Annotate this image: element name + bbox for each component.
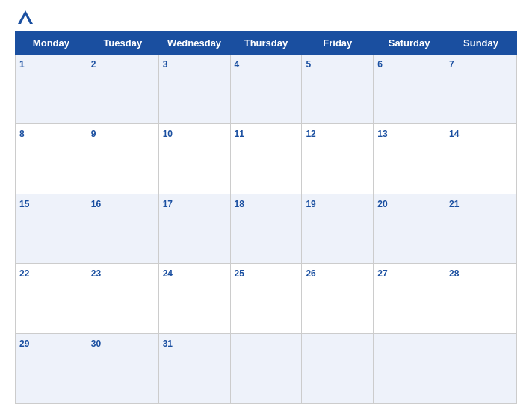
- calendar-day-cell: 15: [16, 194, 87, 263]
- calendar-day-cell: 20: [374, 194, 445, 263]
- calendar-day-cell: 17: [158, 194, 230, 263]
- calendar-week-row: 15161718192021: [16, 194, 517, 263]
- calendar-day-cell: 14: [445, 124, 517, 194]
- day-number: 4: [235, 59, 240, 69]
- calendar-day-cell: 29: [16, 333, 87, 403]
- weekday-header-saturday: Saturday: [374, 32, 445, 55]
- calendar-day-cell: 5: [302, 55, 374, 124]
- day-number: 12: [306, 129, 315, 139]
- calendar-day-cell: 21: [445, 194, 517, 263]
- day-number: 8: [19, 129, 25, 139]
- weekday-header-tuesday: Tuesday: [87, 32, 158, 55]
- calendar-day-cell: 9: [87, 124, 158, 194]
- logo-icon: [15, 7, 36, 28]
- calendar-body: 1234567891011121314151617181920212223242…: [16, 55, 517, 404]
- calendar-day-cell: 2: [87, 55, 158, 124]
- day-number: 23: [91, 268, 101, 279]
- weekday-header-monday: Monday: [16, 32, 87, 55]
- calendar-day-cell: 22: [16, 264, 87, 333]
- calendar-day-cell: 31: [158, 333, 230, 403]
- day-number: 21: [449, 199, 459, 209]
- day-number: 9: [91, 129, 96, 139]
- day-number: 1: [19, 59, 25, 69]
- day-number: 19: [306, 199, 315, 209]
- calendar-day-cell: [445, 333, 517, 403]
- calendar-day-cell: 25: [230, 264, 302, 333]
- day-number: 17: [163, 199, 173, 209]
- calendar-week-row: 891011121314: [16, 124, 517, 194]
- calendar-day-cell: 10: [158, 124, 230, 194]
- day-number: 25: [235, 268, 244, 279]
- weekday-row: MondayTuesdayWednesdayThursdayFridaySatu…: [16, 32, 517, 55]
- day-number: 10: [163, 129, 173, 139]
- day-number: 20: [377, 199, 387, 209]
- day-number: 28: [449, 268, 459, 279]
- calendar-week-row: 293031: [16, 333, 517, 403]
- calendar-day-cell: 8: [16, 124, 87, 194]
- calendar-table: MondayTuesdayWednesdayThursdayFridaySatu…: [15, 31, 517, 404]
- calendar-day-cell: 19: [302, 194, 374, 263]
- weekday-header-thursday: Thursday: [230, 32, 302, 55]
- day-number: 13: [377, 129, 387, 139]
- calendar-day-cell: 1: [16, 55, 87, 124]
- calendar-day-cell: 30: [87, 333, 158, 403]
- calendar-day-cell: 3: [158, 55, 230, 124]
- calendar-day-cell: 12: [302, 124, 374, 194]
- day-number: 26: [306, 268, 315, 279]
- calendar-day-cell: 7: [445, 55, 517, 124]
- calendar-day-cell: [374, 333, 445, 403]
- day-number: 22: [19, 268, 29, 279]
- weekday-header-sunday: Sunday: [445, 32, 517, 55]
- calendar-day-cell: 18: [230, 194, 302, 263]
- calendar-day-cell: 16: [87, 194, 158, 263]
- calendar-header: [15, 7, 517, 28]
- day-number: 31: [163, 339, 173, 349]
- calendar-day-cell: 11: [230, 124, 302, 194]
- calendar-week-row: 22232425262728: [16, 264, 517, 333]
- day-number: 7: [449, 59, 454, 69]
- calendar-day-cell: [230, 333, 302, 403]
- day-number: 18: [235, 199, 244, 209]
- calendar-day-cell: 4: [230, 55, 302, 124]
- calendar-day-cell: 26: [302, 264, 374, 333]
- calendar-day-cell: 6: [374, 55, 445, 124]
- day-number: 2: [91, 59, 96, 69]
- calendar-header-row: MondayTuesdayWednesdayThursdayFridaySatu…: [16, 32, 517, 55]
- calendar-week-row: 1234567: [16, 55, 517, 124]
- weekday-header-friday: Friday: [302, 32, 374, 55]
- calendar-day-cell: 28: [445, 264, 517, 333]
- day-number: 3: [163, 59, 168, 69]
- logo: [15, 7, 39, 28]
- day-number: 5: [306, 59, 311, 69]
- day-number: 6: [377, 59, 383, 69]
- day-number: 16: [91, 199, 101, 209]
- day-number: 29: [19, 339, 29, 349]
- weekday-header-wednesday: Wednesday: [158, 32, 230, 55]
- day-number: 24: [163, 268, 173, 279]
- calendar-day-cell: 27: [374, 264, 445, 333]
- day-number: 27: [377, 268, 387, 279]
- calendar-day-cell: [302, 333, 374, 403]
- calendar-day-cell: 13: [374, 124, 445, 194]
- day-number: 15: [19, 199, 29, 209]
- day-number: 14: [449, 129, 459, 139]
- calendar-day-cell: 23: [87, 264, 158, 333]
- day-number: 11: [235, 129, 244, 139]
- calendar-day-cell: 24: [158, 264, 230, 333]
- day-number: 30: [91, 339, 101, 349]
